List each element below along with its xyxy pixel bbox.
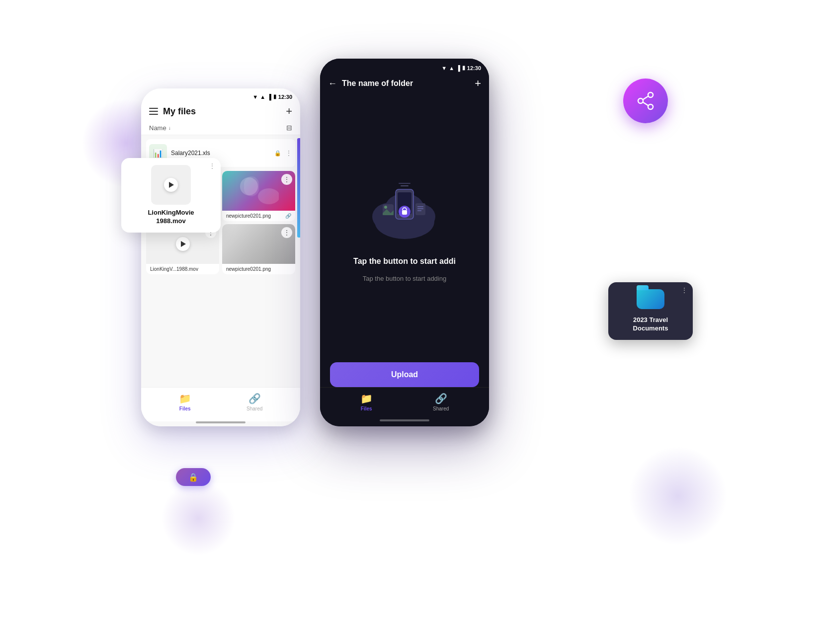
svg-rect-15	[415, 203, 425, 215]
signal-icon-dark: ▼	[441, 65, 447, 71]
home-indicator-dark	[380, 419, 429, 421]
svg-rect-12	[402, 210, 407, 215]
scene: ▼ ▲ ▐ ▮ 12:30 My files + Name	[111, 49, 708, 595]
floating-folder-card: ⋮ 2023 Travel Documents	[608, 282, 693, 340]
empty-state: Tap the button to start addi Tap the but…	[320, 96, 489, 362]
blob-decoration-br	[628, 446, 728, 546]
link-nav-icon-dark: 🔗	[435, 393, 447, 404]
lock-icon-badge: 🔒	[188, 473, 198, 482]
nav-shared[interactable]: 🔗 Shared	[246, 393, 262, 411]
nav-files[interactable]: 📁 Files	[179, 393, 191, 411]
svg-rect-4	[244, 176, 259, 196]
status-bar-light: ▼ ▲ ▐ ▮ 12:30	[141, 88, 300, 102]
folder-icon-dark-active: 📁	[360, 393, 373, 404]
blob-decoration-ml	[161, 481, 236, 556]
cloud-illustration	[360, 174, 449, 249]
nav-files-dark[interactable]: 📁 Files	[360, 393, 373, 411]
folder-card-name-line2: Documents	[633, 324, 668, 333]
more-icon[interactable]: ⋮	[285, 149, 292, 157]
nav-shared-label: Shared	[246, 406, 262, 411]
floating-card-name-line2: 1988.mov	[148, 217, 194, 226]
time-dark: 12:30	[467, 65, 481, 71]
folder-title: The name of folder	[342, 79, 475, 88]
bottom-nav-light: 📁 Files 🔗 Shared	[141, 387, 300, 421]
svg-rect-20	[399, 183, 410, 184]
page-title-light: My files	[163, 106, 196, 117]
svg-point-14	[384, 206, 387, 209]
sort-down-icon: ↓	[168, 125, 171, 131]
folder-card-name-line1: 2023 Travel	[633, 316, 668, 324]
folder-icon-big	[637, 289, 664, 312]
signal-bars: ▐	[267, 94, 271, 100]
battery-icon-dark: ▮	[462, 65, 465, 71]
grid-toggle-icon[interactable]: ⊟	[286, 124, 292, 132]
file-name: Salary2021.xls	[171, 150, 270, 157]
play-button[interactable]	[176, 237, 190, 251]
status-bar-dark: ▼ ▲ ▐ ▮ 12:30	[320, 59, 489, 73]
menu-button[interactable]	[149, 108, 158, 115]
header-light: My files +	[141, 102, 300, 121]
more-icon-white[interactable]: ⋮	[281, 227, 292, 238]
time-light: 12:30	[278, 94, 292, 100]
floating-card-more-icon[interactable]: ⋮	[209, 162, 216, 170]
lock-icon: 🔒	[274, 150, 281, 157]
svg-line-25	[643, 102, 649, 106]
nav-files-label: Files	[179, 406, 191, 411]
folder-icon-active: 📁	[179, 393, 191, 404]
floating-video-thumb	[151, 165, 191, 205]
svg-point-23	[648, 104, 653, 109]
link-icon-2: 🔗	[285, 213, 291, 219]
video-name: LionKingV...1988.mov	[150, 266, 198, 272]
battery-icon: ▮	[273, 93, 276, 100]
svg-point-22	[638, 98, 643, 103]
floating-lock-badge: 🔒	[176, 468, 211, 486]
floating-video-card: ⋮ LionKingMovie 1988.mov	[121, 158, 221, 233]
empty-title: Tap the button to start addi	[353, 257, 456, 266]
floating-card-name-line1: LionKingMovie	[148, 209, 194, 217]
upload-button[interactable]: Upload	[330, 362, 479, 387]
image-name-2: newpicture0201.png	[226, 213, 271, 219]
share-button[interactable]	[623, 79, 668, 123]
add-button-dark[interactable]: +	[475, 77, 481, 90]
header-dark: ← The name of folder +	[320, 73, 489, 96]
image-name-3: newpicture0201.png	[226, 266, 271, 272]
phone-light: ▼ ▲ ▐ ▮ 12:30 My files + Name	[141, 88, 300, 426]
link-nav-icon: 🔗	[248, 393, 261, 404]
sort-bar: Name ↓ ⊟	[141, 121, 300, 135]
accent-bar	[297, 138, 300, 238]
add-file-button[interactable]: +	[286, 106, 292, 117]
floating-play-button[interactable]	[164, 178, 178, 192]
svg-point-21	[648, 92, 653, 97]
nav-shared-label-dark: Shared	[433, 406, 449, 411]
bottom-nav-dark: 📁 Files 🔗 Shared	[320, 387, 489, 416]
svg-point-3	[258, 188, 279, 204]
back-button[interactable]: ←	[328, 79, 337, 89]
signal-icon: ▼	[252, 94, 258, 100]
more-icon-abstract[interactable]: ⋮	[281, 174, 292, 185]
svg-line-24	[643, 96, 649, 100]
wifi-icon-dark: ▲	[449, 65, 454, 71]
signal-bars-dark: ▐	[456, 65, 460, 71]
svg-rect-19	[401, 185, 409, 186]
empty-subtitle: Tap the button to start adding	[363, 274, 446, 284]
folder-card-more-icon[interactable]: ⋮	[681, 286, 688, 294]
grid-cell-abstract[interactable]: ⋮ newpicture0201.png 🔗	[222, 171, 295, 221]
phone-dark: ▼ ▲ ▐ ▮ 12:30 ← The name of folder +	[320, 59, 489, 426]
wifi-icon: ▲	[260, 94, 265, 100]
nav-files-label-dark: Files	[361, 406, 372, 411]
sort-label[interactable]: Name ↓	[149, 124, 171, 132]
grid-cell-white[interactable]: ⋮ newpicture0201.png	[222, 224, 295, 274]
nav-shared-dark[interactable]: 🔗 Shared	[433, 393, 449, 411]
home-indicator	[196, 421, 246, 423]
